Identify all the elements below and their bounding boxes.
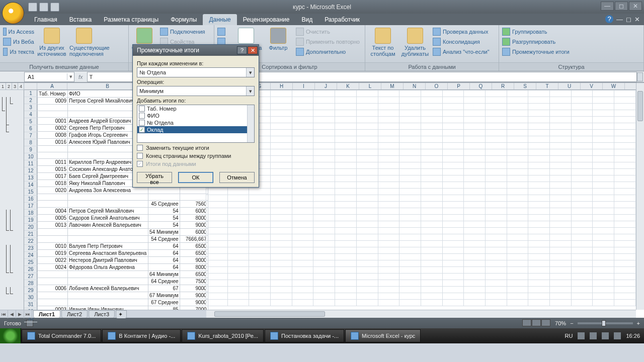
dialog-help-button[interactable]: ? (237, 46, 247, 54)
replace-check[interactable]: Заменить текущие итоги (137, 145, 255, 151)
list-scrollbar[interactable] (247, 105, 254, 142)
help-icon[interactable]: ? (605, 15, 613, 23)
minimize-button[interactable]: — (601, 2, 614, 11)
close-button[interactable]: ✕ (629, 2, 642, 11)
sheet-last-icon[interactable]: ⏭ (24, 310, 32, 318)
tab-review[interactable]: Рецензирование (237, 14, 296, 25)
formula-expand-icon[interactable] (637, 72, 643, 81)
sheet-tab-3[interactable]: Лист3 (89, 310, 115, 318)
cancel-button[interactable]: Отмена (219, 172, 255, 183)
field-item[interactable]: ФИО (137, 112, 254, 119)
taskbar-item[interactable]: Постановка задачи -... (265, 329, 344, 342)
tab-view[interactable]: Вид (295, 14, 318, 25)
sheet-tab-2[interactable]: Лист2 (61, 310, 88, 318)
fx-icon[interactable]: fx (78, 74, 83, 80)
tab-home[interactable]: Главная (28, 14, 63, 25)
field-item[interactable]: Таб. Номер (137, 105, 254, 112)
dialog-close-button[interactable]: ✕ (248, 46, 258, 54)
from-text-button[interactable]: Из текста (3, 47, 34, 57)
tab-data[interactable]: Данные (203, 14, 236, 25)
save-icon[interactable] (28, 3, 37, 12)
advanced-filter-button[interactable]: Дополнительно (296, 47, 360, 57)
tab-insert[interactable]: Вставка (63, 14, 98, 25)
field-item[interactable]: № Отдела (137, 119, 254, 126)
taskbar-item[interactable]: Total Commander 7.0... (22, 329, 101, 342)
filter-button[interactable]: Фильтр (264, 27, 293, 62)
horizontal-scrollbar[interactable] (206, 310, 636, 318)
office-button[interactable] (2, 2, 24, 24)
tray-icon[interactable] (602, 332, 609, 339)
remove-duplicates-button[interactable]: Удалить дубликаты (400, 27, 430, 62)
system-tray[interactable]: RU 16:26 (565, 332, 644, 339)
sheet-first-icon[interactable]: ⏮ (0, 310, 8, 318)
field-item[interactable]: ✓Оклад (137, 126, 254, 133)
pagebreak-check[interactable]: Конец страницы между группами (137, 153, 255, 159)
outline-level-2[interactable]: 2 (6, 83, 12, 89)
tray-icon[interactable] (578, 332, 585, 339)
tab-formulas[interactable]: Формулы (165, 14, 203, 25)
name-box[interactable]: A1 ▾ (24, 72, 74, 82)
sheet-next-icon[interactable]: ▶ (16, 310, 24, 318)
chevron-down-icon[interactable]: ▾ (246, 68, 254, 77)
volume-icon[interactable] (614, 332, 621, 339)
taskbar-item[interactable]: Microsoft Excel - курс (345, 329, 421, 342)
zoom-value[interactable]: 70% (555, 320, 566, 326)
connections-button[interactable]: Подключения (160, 27, 211, 37)
text-to-columns-button[interactable]: Текст по столбцам (368, 27, 397, 62)
view-buttons[interactable] (522, 319, 551, 327)
zoom-in-button[interactable]: + (637, 320, 640, 326)
group-button[interactable]: Группировать (502, 27, 570, 37)
outline-level-4[interactable]: 4 (18, 83, 24, 89)
tray-icon[interactable] (590, 332, 597, 339)
subtotal-button[interactable]: Промежуточные итоги (502, 47, 570, 57)
existing-connections-button[interactable]: Существующие подключения (69, 27, 99, 62)
what-if-button[interactable]: Анализ "что-если" (433, 47, 490, 57)
dialog-titlebar[interactable]: Промежуточные итоги ? ✕ (133, 45, 259, 56)
language-indicator[interactable]: RU (565, 333, 573, 339)
tab-page-layout[interactable]: Разметка страницы (98, 14, 165, 25)
operation-label: Операция: (137, 79, 255, 85)
app-icon (27, 332, 35, 340)
from-access-button[interactable]: Из Access (3, 27, 34, 37)
outline-level-3[interactable]: 3 (12, 83, 18, 89)
each-change-label: При каждом изменении в: (137, 60, 255, 66)
row-headers[interactable]: 1234567891011121314151617181920212223242… (24, 90, 37, 310)
taskbar-item[interactable]: Kurs_rabota_2010 [Ре... (182, 329, 264, 342)
sheet-prev-icon[interactable]: ◀ (8, 310, 16, 318)
sort-asc-button[interactable] (217, 27, 228, 37)
clock[interactable]: 16:26 (626, 333, 640, 339)
tab-developer[interactable]: Разработчик (318, 14, 366, 25)
ok-button[interactable]: ОК (178, 172, 213, 183)
from-web-button[interactable]: Из Веба (3, 37, 34, 47)
vertical-scrollbar[interactable] (636, 83, 644, 310)
each-change-combo[interactable]: № Отдела▾ (137, 67, 255, 77)
redo-icon[interactable] (50, 3, 59, 12)
rdup-icon (407, 28, 423, 44)
cells[interactable]: Таб. Номер ФИО 0009 Петров Сергей Михайл… (37, 90, 636, 310)
remove-all-button[interactable]: Убрать все (137, 172, 172, 183)
outline-column[interactable] (0, 90, 24, 318)
fields-list[interactable]: Таб. Номер ФИО № Отдела ✓Оклад (137, 105, 255, 143)
from-other-button[interactable]: Из других источников (37, 27, 66, 62)
ribbon-close-icon[interactable]: ✕ (634, 16, 640, 23)
sort-icon (238, 28, 254, 44)
taskbar-item[interactable]: В Контакте | Аудио -... (102, 329, 181, 342)
outline-level-1[interactable]: 1 (0, 83, 6, 89)
zoom-out-button[interactable]: − (570, 320, 573, 326)
ribbon-minimize-icon[interactable]: — (616, 16, 623, 23)
maximize-button[interactable]: ◻ (615, 2, 628, 11)
column-headers[interactable]: ABCDEFGHIJKLMNOPQRSTUVW (24, 83, 636, 90)
chevron-down-icon[interactable]: ▾ (67, 73, 74, 80)
consolidate-button[interactable]: Консолидация (433, 37, 490, 47)
new-sheet-button[interactable]: ✦ (116, 310, 127, 318)
sheet-tab-1[interactable]: Лист1 (33, 310, 60, 318)
chevron-down-icon[interactable]: ▾ (246, 86, 254, 96)
undo-icon[interactable] (39, 3, 48, 12)
start-button[interactable] (0, 328, 21, 343)
operation-combo[interactable]: Минимум▾ (137, 86, 255, 96)
data-validation-button[interactable]: Проверка данных (433, 27, 490, 37)
ribbon-restore-icon[interactable]: ◻ (626, 16, 631, 23)
ungroup-button[interactable]: Разгруппировать (502, 37, 570, 47)
advanced-icon (296, 48, 304, 56)
zoom-slider[interactable] (578, 322, 633, 324)
